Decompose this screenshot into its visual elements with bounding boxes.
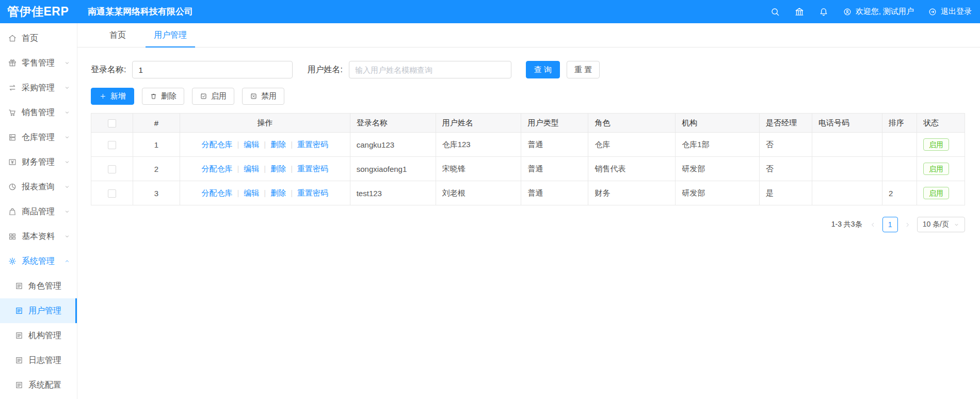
sidebar-item-sales[interactable]: 销售管理 (0, 100, 77, 125)
doc-icon (14, 281, 24, 291)
next-page-icon[interactable] (904, 221, 911, 228)
query-button[interactable]: 查 询 (526, 61, 560, 78)
topbar-actions: 欢迎您, 测试用户 退出登录 (770, 7, 980, 17)
logout-icon (928, 7, 937, 17)
action-assign-warehouse[interactable]: 分配仓库 (201, 140, 232, 149)
welcome-user[interactable]: 欢迎您, 测试用户 (843, 7, 914, 17)
login-name-input[interactable] (132, 61, 293, 78)
cell-role: 仓库 (588, 133, 676, 157)
action-assign-warehouse[interactable]: 分配仓库 (201, 188, 232, 197)
sidebar-item-home[interactable]: 首页 (0, 26, 77, 51)
action-edit[interactable]: 编辑 (244, 140, 259, 149)
disable-label: 禁用 (261, 91, 277, 101)
purchase-icon (8, 83, 17, 92)
cell-type: 普通 (521, 181, 588, 205)
table-row: 2分配仓库|编辑|删除|重置密码songxiaofeng1宋晓锋普通销售代表研发… (91, 157, 965, 181)
gear-icon (8, 257, 17, 266)
action-separator: | (291, 140, 293, 149)
sidebar-item-purchase[interactable]: 采购管理 (0, 75, 77, 100)
action-edit[interactable]: 编辑 (244, 188, 259, 197)
action-reset-password[interactable]: 重置密码 (297, 164, 328, 173)
header-checkbox[interactable] (108, 119, 116, 127)
cell-index: 2 (133, 157, 180, 181)
cell-name: 仓库123 (436, 133, 521, 157)
cell-org: 仓库1部 (676, 133, 760, 157)
cell-org: 研发部 (676, 157, 760, 181)
cell-phone (812, 181, 882, 205)
cell-actions: 分配仓库|编辑|删除|重置密码 (180, 181, 350, 205)
cell-index: 3 (133, 181, 180, 205)
page-size-value: 10 条/页 (923, 220, 949, 229)
bell-icon[interactable] (818, 7, 829, 17)
sidebar-item-system[interactable]: 系统管理 (0, 249, 77, 274)
sidebar-item-warehouse[interactable]: 仓库管理 (0, 125, 77, 150)
action-delete[interactable]: 删除 (270, 164, 286, 173)
action-assign-warehouse[interactable]: 分配仓库 (201, 164, 232, 173)
sidebar-subitem-label: 系统配置 (28, 380, 70, 391)
user-name-input[interactable] (349, 61, 511, 78)
delete-button[interactable]: 删除 (142, 88, 184, 105)
cell-type: 普通 (521, 157, 588, 181)
page-number-1[interactable]: 1 (882, 217, 898, 232)
search-icon[interactable] (770, 7, 780, 17)
delete-label: 删除 (161, 91, 176, 101)
content-panel: 登录名称: 用户姓名: 查 询 重 置 新增 删除 启用 (77, 47, 980, 232)
col-header-phone: 电话号码 (812, 114, 882, 133)
add-button[interactable]: 新增 (91, 88, 134, 105)
tab-user-management[interactable]: 用户管理 (146, 23, 195, 47)
cell-sort (882, 157, 917, 181)
chevron-down-icon (64, 109, 70, 116)
pagination-total: 1-3 共3条 (831, 220, 862, 229)
action-edit[interactable]: 编辑 (244, 164, 259, 173)
chevron-down-icon (64, 134, 70, 140)
home-icon (8, 34, 17, 43)
sidebar-menu: 首页零售管理采购管理销售管理仓库管理财务管理报表查询商品管理基本资料系统管理角色… (0, 23, 77, 399)
page-size-select[interactable]: 10 条/页 (917, 217, 965, 232)
logout-button[interactable]: 退出登录 (928, 7, 972, 17)
col-header-org: 机构 (676, 114, 760, 133)
sidebar-subitem-label: 用户管理 (28, 306, 69, 316)
row-checkbox[interactable] (108, 165, 116, 173)
sidebar-subitem-config[interactable]: 系统配置 (0, 373, 77, 397)
col-header-role: 角色 (588, 114, 676, 133)
cell-checkbox (91, 157, 133, 181)
finance-icon (8, 157, 17, 167)
bank-icon[interactable] (794, 7, 805, 17)
action-separator: | (237, 188, 239, 197)
cell-name: 宋晓锋 (436, 157, 521, 181)
action-delete[interactable]: 删除 (270, 188, 286, 197)
cell-sort: 2 (882, 181, 917, 205)
company-name: 南通某某网络科技有限公司 (88, 6, 193, 18)
sidebar-item-retail[interactable]: 零售管理 (0, 51, 77, 75)
trash-icon (150, 92, 157, 100)
prev-page-icon[interactable] (870, 221, 876, 228)
sidebar-item-goods[interactable]: 商品管理 (0, 199, 77, 224)
disable-button[interactable]: 禁用 (242, 88, 284, 105)
action-reset-password[interactable]: 重置密码 (297, 140, 328, 149)
logout-label: 退出登录 (941, 7, 972, 17)
action-reset-password[interactable]: 重置密码 (297, 188, 328, 197)
doc-icon (14, 306, 24, 315)
reset-button[interactable]: 重 置 (567, 61, 600, 78)
sidebar-item-finance[interactable]: 财务管理 (0, 150, 77, 174)
x-square-icon (250, 92, 258, 100)
sidebar-item-label: 财务管理 (22, 157, 64, 168)
chevron-down-icon (64, 233, 70, 240)
chevron-down-icon (64, 85, 70, 91)
tab-home[interactable]: 首页 (101, 23, 134, 47)
action-delete[interactable]: 删除 (270, 140, 286, 149)
sidebar-item-label: 商品管理 (22, 206, 64, 217)
sidebar-subitem-user[interactable]: 用户管理 (0, 298, 77, 323)
add-label: 新增 (110, 91, 126, 101)
sidebar-item-report[interactable]: 报表查询 (0, 174, 77, 199)
sidebar-subitem-org[interactable]: 机构管理 (0, 323, 77, 348)
report-icon (8, 182, 17, 191)
row-checkbox[interactable] (108, 141, 116, 149)
enable-button[interactable]: 启用 (192, 88, 234, 105)
sidebar-subitem-log[interactable]: 日志管理 (0, 348, 77, 373)
action-separator: | (237, 164, 239, 173)
sidebar-subitem-role[interactable]: 角色管理 (0, 274, 77, 298)
sidebar-item-basic[interactable]: 基本资料 (0, 224, 77, 249)
sidebar-item-label: 基本资料 (22, 231, 64, 242)
row-checkbox[interactable] (108, 189, 116, 198)
